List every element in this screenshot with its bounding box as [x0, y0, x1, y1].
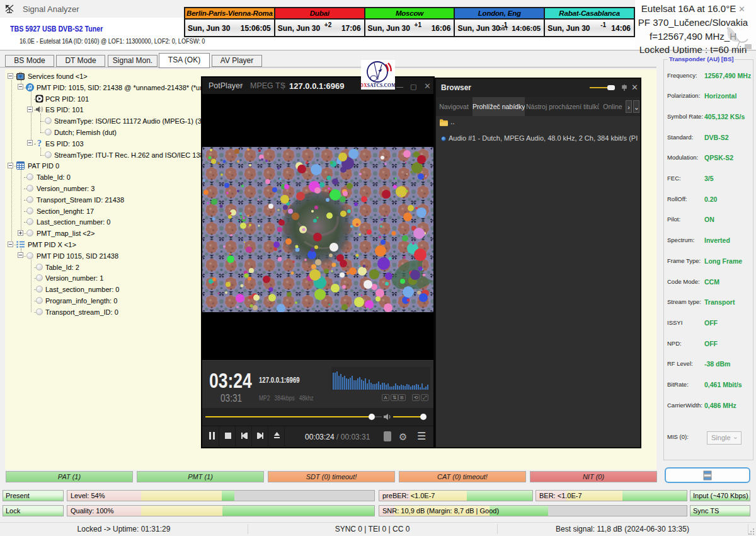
svg-text:DXSATCS.COM: DXSATCS.COM — [361, 83, 395, 88]
svg-text:?: ? — [37, 139, 42, 148]
